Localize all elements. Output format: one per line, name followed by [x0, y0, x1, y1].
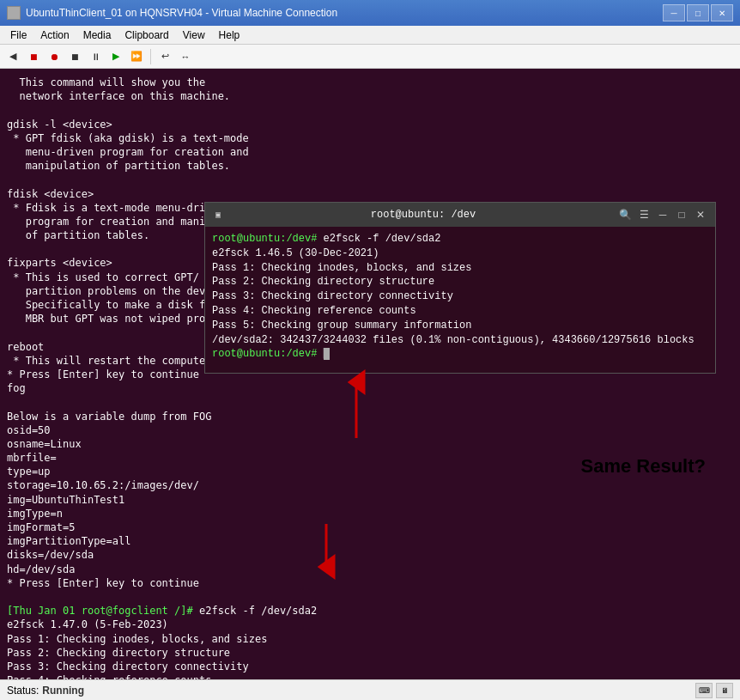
annotation-text: Same Result?: [581, 455, 707, 477]
status-value: Running: [42, 685, 84, 697]
title-bar: UbuntuThinClient_01 on HQNSRVH04 - Virtu…: [0, 0, 740, 26]
status-icon-2[interactable]: 🖥: [716, 683, 733, 698]
status-icon-1[interactable]: ⌨: [695, 683, 713, 698]
inner-terminal-window[interactable]: ▣ root@ubuntu: /dev 🔍 ☰ ─ □ ✕ root@ubunt…: [204, 202, 716, 374]
minimize-button[interactable]: ─: [663, 4, 685, 21]
inner-maximize-btn[interactable]: □: [674, 207, 689, 222]
menu-clipboard[interactable]: Clipboard: [118, 26, 175, 45]
menu-bar: File Action Media Clipboard View Help: [0, 26, 740, 45]
toolbar-fullscreen-btn[interactable]: ↔: [176, 47, 195, 66]
toolbar-pause-btn[interactable]: ⏸: [86, 47, 105, 66]
terminal-output: This command will show you the network i…: [7, 76, 733, 679]
inner-terminal-title: root@ubuntu: /dev: [229, 209, 617, 221]
menu-action[interactable]: Action: [33, 26, 76, 45]
toolbar: ◀ ⏹ ⏺ ⏹ ⏸ ▶ ⏩ ↩ ↔: [0, 45, 740, 69]
inner-title-buttons: 🔍 ☰ ─ □ ✕: [617, 207, 708, 222]
annotation-box: Same Result?: [581, 455, 707, 478]
status-label: Status:: [7, 685, 39, 697]
inner-search-btn[interactable]: 🔍: [617, 207, 633, 222]
vm-window: UbuntuThinClient_01 on HQNSRVH04 - Virtu…: [0, 0, 740, 700]
menu-help[interactable]: Help: [212, 26, 247, 45]
menu-file[interactable]: File: [3, 26, 33, 45]
toolbar-fast-btn[interactable]: ⏩: [127, 47, 146, 66]
toolbar-record-btn[interactable]: ⏺: [45, 47, 64, 66]
title-bar-icon: [7, 6, 21, 20]
inner-terminal-output: root@ubuntu:/dev# e2fsck -f /dev/sda2 e2…: [212, 232, 708, 362]
toolbar-back-btn[interactable]: ◀: [3, 47, 22, 66]
inner-terminal-content: root@ubuntu:/dev# e2fsck -f /dev/sda2 e2…: [205, 227, 715, 367]
inner-title-bar: ▣ root@ubuntu: /dev 🔍 ☰ ─ □ ✕: [205, 203, 715, 227]
window-title: UbuntuThinClient_01 on HQNSRVH04 - Virtu…: [26, 7, 663, 19]
toolbar-stop-btn[interactable]: ⏹: [24, 47, 43, 66]
toolbar-stop2-btn[interactable]: ⏹: [65, 47, 84, 66]
inner-menu-btn[interactable]: ☰: [636, 207, 652, 222]
close-button[interactable]: ✕: [711, 4, 733, 21]
status-bar: Status: Running ⌨ 🖥: [0, 679, 740, 700]
inner-minimize-btn[interactable]: ─: [655, 207, 670, 222]
menu-media[interactable]: Media: [76, 26, 118, 45]
toolbar-separator: [150, 49, 151, 64]
main-terminal[interactable]: This command will show you the network i…: [0, 69, 740, 679]
toolbar-reset-btn[interactable]: ↩: [155, 47, 174, 66]
maximize-button[interactable]: □: [687, 4, 709, 21]
status-right-icons: ⌨ 🖥: [695, 683, 733, 698]
title-bar-buttons: ─ □ ✕: [663, 4, 733, 21]
menu-view[interactable]: View: [176, 26, 212, 45]
toolbar-play-btn[interactable]: ▶: [106, 47, 125, 66]
inner-terminal-icon: ▣: [212, 209, 224, 221]
inner-close-btn[interactable]: ✕: [693, 207, 708, 222]
